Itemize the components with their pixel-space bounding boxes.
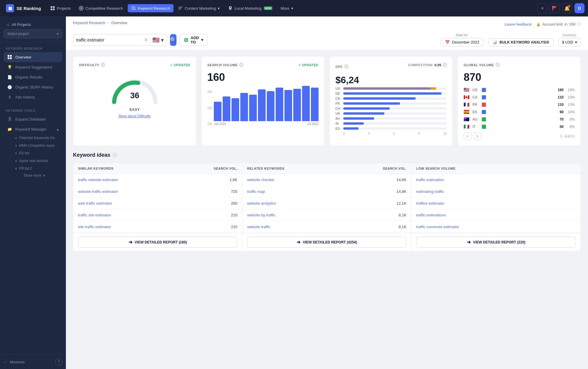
global-volume-card: GLOBAL VOLUME ⓘ 870 🇺🇸 US 160 18% 🇨🇦 CA … — [457, 56, 581, 146]
keyword-link[interactable]: website traffic estimator — [78, 189, 118, 194]
keyword-link[interactable]: site traffic estimator — [78, 225, 111, 229]
sidebar-sub-fr2[interactable]: FR list 2 — [12, 165, 62, 172]
help-button[interactable]: ? — [55, 358, 62, 365]
dot-icon — [15, 137, 17, 139]
country-code: AU — [336, 117, 342, 120]
bar — [311, 88, 319, 121]
nav-competitive-label: Competitive Research — [85, 6, 123, 11]
all-projects-link[interactable]: ⌂ All Projects — [4, 20, 62, 29]
flag-button[interactable]: 🚩 — [550, 3, 560, 13]
potential-label: Potential Keywords for... — [19, 136, 57, 140]
gauge-link[interactable]: More about Difficulty — [119, 114, 151, 118]
difficulty-title: DIFFICULTY — [79, 63, 99, 67]
view-report-button[interactable]: ➜ VIEW DETAILED REPORT (160) — [78, 237, 237, 248]
kw-col-title: LOW SEARCH VOLUME — [416, 167, 456, 170]
svg-text:36: 36 — [130, 91, 139, 100]
sidebar-sub-potential[interactable]: Potential Keywords for... — [12, 134, 62, 142]
calendar-icon: 📅 — [445, 40, 450, 44]
sidebar-item-expand[interactable]: 🗄 Expand Database — [4, 114, 62, 124]
search-flag-select[interactable]: 🇺🇸 ▾ — [150, 36, 164, 44]
nav-projects[interactable]: Projects — [47, 4, 74, 12]
nav-more[interactable]: More ▾ — [277, 4, 297, 12]
keyword-link[interactable]: website traffic — [247, 225, 270, 229]
sidebar-item-manager[interactable]: 📁 Keyword Manager ▴ — [4, 124, 62, 134]
view-report-button[interactable]: ➜ VIEW DETAILED REPORT (220) — [416, 237, 576, 248]
search-button[interactable]: 🔍 — [170, 34, 176, 46]
logo[interactable]: ▦ SE Ranking — [4, 4, 43, 12]
svg-point-6 — [81, 8, 81, 9]
sidebar-item-ads[interactable]: $ Ads History — [4, 92, 62, 102]
cpc-info-icon[interactable]: ⓘ — [344, 64, 349, 69]
keyword-link[interactable]: traffic estimations — [416, 213, 446, 217]
add-to-button[interactable]: ⊞ ADD TO ▾ — [179, 34, 208, 46]
sidebar-sub-mma[interactable]: MMA Competitor keyw... — [12, 142, 62, 149]
kw-row: website traffic estimator 720 — [73, 186, 242, 198]
vol-pct: 18% — [566, 88, 575, 92]
user-avatar[interactable]: D — [574, 3, 584, 13]
keyword-link[interactable]: website by traffic — [247, 213, 276, 217]
sv-info-icon[interactable]: ⓘ — [239, 62, 244, 68]
search-input[interactable] — [76, 38, 144, 42]
nav-competitive[interactable]: Competitive Research — [75, 4, 126, 12]
keyword-link[interactable]: traffic map — [247, 189, 265, 194]
bar — [223, 96, 230, 121]
keyword-link[interactable]: traffic website estimator — [78, 178, 118, 182]
bar-blue — [343, 87, 431, 90]
keyword-link[interactable]: website analytics — [247, 201, 276, 206]
cpc-country-row: AU — [336, 117, 447, 120]
keyword-link[interactable]: trafficе estimator — [416, 201, 444, 206]
bar — [214, 102, 221, 121]
feedback-link[interactable]: Leave feedback — [504, 22, 532, 26]
kw-col-sub: SEARCH VOL. — [383, 167, 407, 170]
data-for-group: Data for: 📅 December 2022 — [441, 33, 484, 46]
comp-info-icon[interactable]: ⓘ — [443, 62, 447, 68]
vol-number: 110 — [558, 95, 564, 99]
minimize-button[interactable]: ← Minimize — [4, 360, 25, 364]
breadcrumb-root[interactable]: Keyword Research — [73, 21, 105, 25]
gv-country-row: 🇨🇦 CA 110 13% — [464, 94, 575, 100]
bulk-label: BULK KEYWORD ANALYSIS — [500, 40, 549, 44]
currency-picker[interactable]: $ USD ▾ — [558, 38, 581, 46]
notifications-button[interactable]: 🔔 — [562, 3, 572, 13]
sidebar-item-suggestions[interactable]: 💡 Keyword Suggestions — [4, 62, 62, 72]
bulk-analysis-button[interactable]: 📊 BULK KEYWORD ANALYSIS — [488, 38, 553, 46]
difficulty-info-icon[interactable]: ⓘ — [101, 62, 105, 68]
dollar-icon: $ — [7, 94, 12, 100]
sidebar-item-serp-history[interactable]: 🕐 Organic SERP History — [4, 82, 62, 92]
project-select[interactable]: Select project ▾ — [4, 29, 62, 39]
nav-content[interactable]: Content Marketing ▾ — [175, 4, 223, 12]
sidebar-item-organic[interactable]: 📄 Organic Results — [4, 72, 62, 82]
nav-local[interactable]: Local Marketing NEW — [224, 4, 276, 12]
file-icon: 📄 — [7, 74, 12, 80]
sidebar-sub-es[interactable]: ES list — [12, 149, 62, 157]
keyword-link[interactable]: traffic site estimator — [78, 213, 111, 217]
report-btn-label: VIEW DETAILED REPORT (220) — [473, 240, 525, 244]
gv-prev-button[interactable]: ‹ — [464, 132, 471, 140]
keyword-ideas-info-icon[interactable]: ⓘ — [113, 153, 117, 158]
keyword-link[interactable]: website checker — [247, 178, 274, 182]
vol-color-bar — [482, 103, 486, 107]
keyword-link[interactable]: web traffic estimator — [78, 201, 112, 206]
clear-button[interactable]: ✕ — [144, 37, 148, 43]
vol-pct: 13% — [566, 95, 575, 99]
nav-keyword[interactable]: Keyword Research — [128, 4, 174, 12]
date-picker[interactable]: 📅 December 2022 — [441, 38, 484, 46]
gv-next-button[interactable]: › — [474, 132, 481, 140]
dot-icon — [15, 145, 17, 146]
country-bar-track — [343, 122, 447, 125]
view-report-button[interactable]: ➜ VIEW DETAILED REPORT (4254) — [247, 237, 407, 248]
add-button[interactable]: + — [537, 3, 547, 13]
gv-info-icon[interactable]: ⓘ — [496, 62, 500, 68]
sidebar-sub-apple[interactable]: Apple new arrivals — [12, 157, 62, 165]
cpc-x-axis: 2 4 6 8 10 — [336, 132, 447, 135]
show-more-btn[interactable]: Show more ▾ — [12, 172, 62, 179]
sidebar-item-overview[interactable]: Overview — [4, 52, 62, 62]
keyword-link[interactable]: traffic estimation — [416, 178, 444, 182]
expand-label: Expand Database — [15, 117, 46, 121]
gauge-container: 36 EASY More about Difficulty — [79, 71, 190, 121]
keyword-link[interactable]: traffic commute estimator — [416, 225, 459, 229]
keyword-link[interactable]: estimating traffic — [416, 189, 444, 194]
report-btn-label: VIEW DETAILED REPORT (4254) — [303, 240, 357, 244]
kw-col-title: SIMILAR KEYWORDS — [78, 167, 114, 170]
cards-row: DIFFICULTY ⓘ ✓ Updated 36 EASY — [73, 56, 581, 146]
